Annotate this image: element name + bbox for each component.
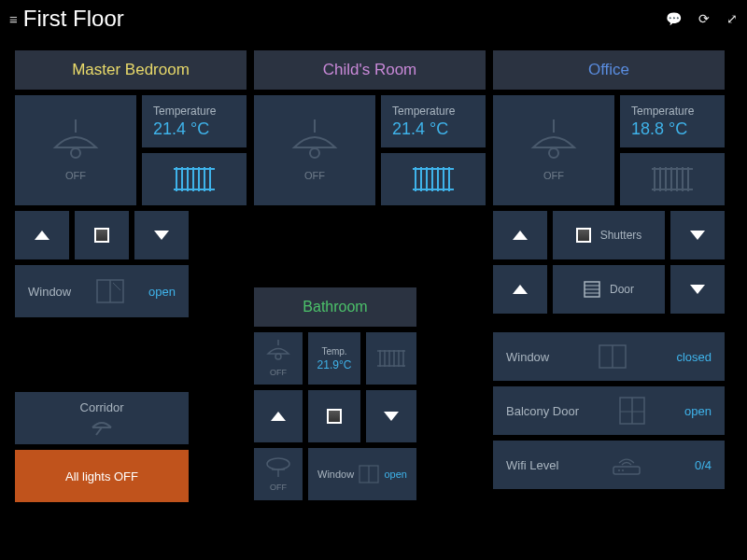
light-state: OFF xyxy=(270,483,287,492)
light-state: OFF xyxy=(270,368,287,377)
svg-rect-65 xyxy=(613,467,640,474)
temperature-value: 21.9°C xyxy=(317,358,352,371)
chevron-up-icon xyxy=(513,285,528,294)
window-tile-master[interactable]: Window open xyxy=(15,265,189,317)
all-lights-off-button[interactable]: All lights OFF xyxy=(15,450,189,502)
svg-point-67 xyxy=(622,469,624,471)
room-name: Bathroom xyxy=(303,299,367,315)
chevron-up-icon xyxy=(271,412,286,421)
shutter-stop-master[interactable] xyxy=(75,211,129,259)
radiator-tile-office[interactable] xyxy=(620,153,725,205)
window-label: Window xyxy=(317,469,354,480)
balcony-door-state: open xyxy=(684,404,712,418)
ceiling-light-icon xyxy=(264,340,292,364)
page-title: First Floor xyxy=(23,6,124,32)
shutters-label: Shutters xyxy=(600,229,642,242)
radiator-tile-master[interactable] xyxy=(142,153,247,205)
wifi-value: 0/4 xyxy=(695,458,712,472)
all-lights-off-label: All lights OFF xyxy=(65,469,138,483)
svg-line-16 xyxy=(96,427,102,435)
radiator-icon xyxy=(171,163,218,195)
chevron-down-icon xyxy=(690,231,705,240)
balcony-door-label: Balcony Door xyxy=(506,404,579,418)
window-state: open xyxy=(148,285,176,299)
door-label: Door xyxy=(610,283,634,296)
refresh-icon[interactable]: ⟳ xyxy=(698,11,710,26)
light-tile-child[interactable]: OFF xyxy=(254,95,375,205)
svg-point-19 xyxy=(310,148,319,158)
light-state: OFF xyxy=(543,170,564,181)
chevron-up-icon xyxy=(513,231,528,240)
room-name: Child's Room xyxy=(323,61,417,79)
shutter-up-master[interactable] xyxy=(15,211,69,259)
room-name: Office xyxy=(588,61,629,79)
light-state: OFF xyxy=(65,170,86,181)
temperature-label: Temp. xyxy=(321,346,346,357)
svg-point-30 xyxy=(275,354,281,359)
light-tile-master[interactable]: OFF xyxy=(15,95,136,205)
fullscreen-icon[interactable]: ⤢ xyxy=(726,11,738,26)
radiator-tile-bathroom[interactable] xyxy=(366,332,416,385)
stop-icon xyxy=(94,228,109,243)
temperature-value: 18.8 °C xyxy=(631,119,687,139)
shutter-up-office[interactable] xyxy=(493,211,547,259)
radiator-icon xyxy=(375,347,407,370)
window-tile-office[interactable]: Window closed xyxy=(493,332,725,381)
window-label: Window xyxy=(28,285,71,299)
svg-line-14 xyxy=(113,283,120,290)
temperature-tile-master[interactable]: Temperature 21.4 °C xyxy=(142,95,247,147)
radiator-icon xyxy=(649,163,696,195)
svg-point-2 xyxy=(71,148,80,158)
stop-icon xyxy=(327,409,342,424)
room-header-child[interactable]: Child's Room xyxy=(254,50,486,90)
chevron-up-icon xyxy=(35,231,49,240)
shutter-down-master[interactable] xyxy=(134,211,189,259)
light-tile-bathroom-mirror[interactable]: OFF xyxy=(254,448,303,500)
menu-icon[interactable]: ≡ xyxy=(9,11,16,27)
room-header-master[interactable]: Master Bedroom xyxy=(15,50,247,90)
window-icon xyxy=(359,465,379,483)
svg-point-46 xyxy=(549,148,558,158)
temperature-value: 21.4 °C xyxy=(392,119,448,139)
wifi-tile-office[interactable]: Wifi Level 0/4 xyxy=(493,441,725,489)
corridor-label: Corridor xyxy=(80,400,124,414)
shutters-tile-office[interactable]: Shutters xyxy=(553,211,665,259)
door-tile-office[interactable]: Door xyxy=(553,265,665,314)
shutter-down-office[interactable] xyxy=(670,211,725,259)
light-state: OFF xyxy=(304,170,325,181)
ceiling-light-icon xyxy=(526,119,582,166)
shutter-down-bathroom[interactable] xyxy=(366,390,416,442)
balcony-door-tile-office[interactable]: Balcony Door open xyxy=(493,386,725,435)
door-up-office[interactable] xyxy=(493,265,547,314)
chevron-down-icon xyxy=(384,412,399,421)
temperature-value: 21.4 °C xyxy=(153,119,209,139)
window-label: Window xyxy=(506,350,549,364)
shutter-up-bathroom[interactable] xyxy=(254,390,303,442)
mirror-light-icon xyxy=(264,456,292,479)
light-tile-bathroom-ceiling[interactable]: OFF xyxy=(254,332,303,385)
window-tile-bathroom[interactable]: Window open xyxy=(308,448,416,500)
stop-icon xyxy=(576,228,591,243)
chevron-down-icon xyxy=(690,285,705,294)
room-header-bathroom[interactable]: Bathroom xyxy=(254,287,416,327)
corridor-tile[interactable]: Corridor xyxy=(15,392,189,444)
svg-point-39 xyxy=(267,458,289,469)
radiator-icon xyxy=(410,163,457,195)
shutter-stop-bathroom[interactable] xyxy=(308,390,360,442)
temperature-tile-office[interactable]: Temperature 18.8 °C xyxy=(620,95,725,147)
window-icon xyxy=(599,344,627,369)
radiator-tile-child[interactable] xyxy=(381,153,486,205)
temperature-tile-child[interactable]: Temperature 21.4 °C xyxy=(381,95,486,147)
router-icon xyxy=(610,454,643,476)
temperature-label: Temperature xyxy=(631,105,694,118)
temperature-label: Temperature xyxy=(392,105,455,118)
temperature-label: Temperature xyxy=(153,105,216,118)
room-header-office[interactable]: Office xyxy=(493,50,725,90)
room-name: Master Bedroom xyxy=(72,61,190,79)
temperature-tile-bathroom[interactable]: Temp. 21.9°C xyxy=(308,332,360,385)
chat-icon[interactable]: 💬 xyxy=(666,11,682,26)
window-icon xyxy=(96,279,124,303)
door-down-office[interactable] xyxy=(670,265,725,314)
light-tile-office[interactable]: OFF xyxy=(493,95,614,205)
wifi-label: Wifi Level xyxy=(506,458,558,472)
